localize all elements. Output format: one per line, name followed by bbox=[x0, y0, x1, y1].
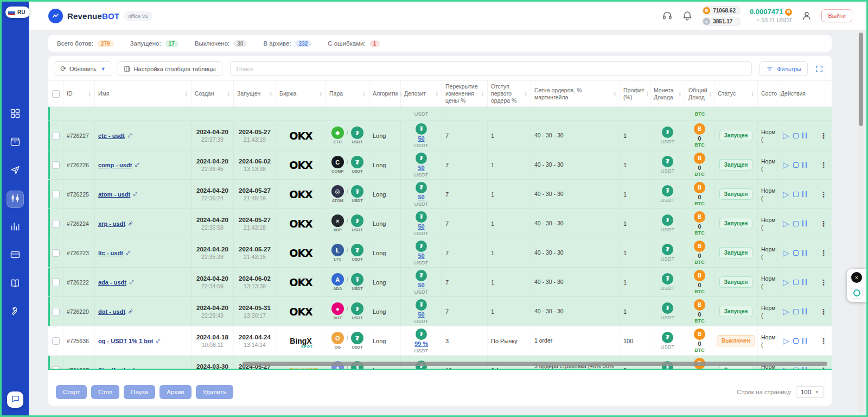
refresh-button[interactable]: ⟳ Обновить ▼ bbox=[54, 61, 112, 76]
column-header[interactable]: Действия bbox=[777, 81, 832, 106]
sort-icon[interactable]: ▲▼ bbox=[751, 91, 754, 97]
stop-button[interactable] bbox=[793, 280, 799, 285]
bulk-archive-button[interactable]: Архив bbox=[159, 385, 191, 399]
play-button[interactable]: ▷ bbox=[783, 219, 789, 228]
widget-close-icon[interactable]: × bbox=[851, 272, 862, 283]
play-button[interactable]: ▷ bbox=[783, 131, 789, 140]
stop-button[interactable] bbox=[793, 221, 799, 226]
widget-logo-icon[interactable] bbox=[851, 287, 863, 299]
stop-button[interactable] bbox=[793, 338, 799, 344]
row-menu-button[interactable]: ⋮ bbox=[820, 366, 827, 370]
select-all-checkbox[interactable] bbox=[52, 90, 60, 98]
row-checkbox[interactable] bbox=[52, 249, 60, 257]
table-columns-settings-button[interactable]: Настройка столбцов таблицы bbox=[117, 61, 222, 76]
sort-icon[interactable]: ▲▼ bbox=[481, 91, 484, 97]
sidebar-item-exchange[interactable] bbox=[7, 191, 24, 208]
pause-button[interactable] bbox=[802, 279, 807, 285]
play-button[interactable]: ▷ bbox=[783, 307, 789, 315]
row-menu-button[interactable]: ⋮ bbox=[820, 219, 827, 228]
column-header[interactable]: Монета Дохода▲▼ bbox=[650, 81, 685, 106]
filters-button[interactable]: Фильтры bbox=[760, 61, 808, 76]
chevron-down-icon[interactable]: ▼ bbox=[101, 66, 106, 72]
row-menu-button[interactable]: ⋮ bbox=[820, 307, 827, 316]
pause-button[interactable] bbox=[802, 367, 807, 370]
sort-icon[interactable]: ▲▼ bbox=[709, 91, 712, 97]
vertical-scrollbar-thumb[interactable] bbox=[859, 33, 863, 126]
bot-name-link[interactable]: Sherif_eth bbox=[98, 367, 136, 370]
deposit-link[interactable]: 50 bbox=[418, 252, 424, 259]
logout-button[interactable]: Выйти bbox=[821, 9, 852, 22]
deposit-link[interactable]: 50 bbox=[418, 135, 424, 142]
row-checkbox[interactable] bbox=[52, 279, 60, 286]
row-checkbox[interactable] bbox=[52, 132, 60, 140]
column-header[interactable]: Общий Доход▲▼ bbox=[685, 81, 714, 106]
pause-button[interactable] bbox=[802, 338, 807, 344]
bulk-stop-button[interactable]: Стоп bbox=[91, 385, 119, 399]
column-header[interactable]: Имя▲▼ bbox=[95, 81, 192, 106]
column-header[interactable]: Пара▲▼ bbox=[326, 81, 369, 106]
deposit-link[interactable]: 50 bbox=[418, 194, 424, 200]
deposit-link[interactable]: 99 % bbox=[414, 340, 428, 347]
sidebar-item-docs[interactable] bbox=[7, 275, 24, 293]
sort-icon[interactable]: ▲▼ bbox=[679, 91, 681, 97]
bulk-delete-button[interactable]: Удалить bbox=[196, 385, 234, 399]
fullscreen-button[interactable] bbox=[812, 62, 826, 76]
pause-button[interactable] bbox=[802, 132, 807, 138]
bot-name-link[interactable]: ltc - usdt bbox=[98, 250, 131, 256]
row-menu-button[interactable]: ⋮ bbox=[820, 249, 827, 257]
sort-icon[interactable]: ▲▼ bbox=[270, 91, 272, 97]
row-menu-button[interactable]: ⋮ bbox=[820, 161, 827, 169]
sort-icon[interactable]: ▲▼ bbox=[525, 91, 527, 97]
vertical-scrollbar-track[interactable] bbox=[858, 31, 864, 413]
sort-icon[interactable]: ▲▼ bbox=[614, 91, 616, 97]
deposit-link[interactable]: 50 bbox=[418, 282, 424, 288]
row-checkbox[interactable] bbox=[52, 337, 60, 345]
pause-button[interactable] bbox=[802, 220, 807, 226]
row-menu-button[interactable]: ⋮ bbox=[820, 190, 827, 199]
bot-name-link[interactable]: atom - usdt bbox=[98, 191, 138, 198]
stop-button[interactable] bbox=[793, 309, 799, 314]
bot-name-link[interactable]: dot - usdt bbox=[98, 308, 133, 315]
column-header[interactable]: Профит (%)▲▼ bbox=[620, 81, 650, 106]
sort-icon[interactable]: ▲▼ bbox=[88, 91, 91, 97]
sidebar-item-launch[interactable] bbox=[7, 162, 24, 180]
column-header[interactable]: Алгоритм▲▼ bbox=[369, 81, 401, 106]
stop-button[interactable] bbox=[793, 368, 799, 370]
alt-balance-badge[interactable]: Ł 3851.17 bbox=[702, 17, 741, 26]
row-checkbox[interactable] bbox=[52, 308, 60, 315]
pause-button[interactable] bbox=[802, 162, 807, 168]
bot-name-link[interactable]: xrp - usdt bbox=[98, 220, 133, 227]
column-header[interactable]: Депозит▲▼ bbox=[401, 81, 442, 106]
sidebar-item-stats[interactable] bbox=[7, 219, 24, 236]
sort-icon[interactable]: ▲▼ bbox=[320, 91, 322, 97]
column-header[interactable]: Статус▲▼ bbox=[714, 81, 758, 106]
play-button[interactable]: ▷ bbox=[783, 249, 789, 257]
bot-name-link[interactable]: ada - usdt bbox=[98, 279, 135, 286]
column-header[interactable]: ID▲▼ bbox=[63, 81, 95, 106]
stop-button[interactable] bbox=[793, 250, 799, 256]
deposit-link[interactable]: 50 bbox=[418, 223, 424, 230]
column-header[interactable]: Создан▲▼ bbox=[192, 81, 234, 106]
sort-icon[interactable]: ▲▼ bbox=[436, 91, 438, 97]
pause-button[interactable] bbox=[802, 250, 807, 256]
column-header[interactable]: Сетка ордеров, % мартингейла▲▼ bbox=[531, 81, 620, 106]
play-button[interactable]: ▷ bbox=[783, 161, 789, 169]
stop-button[interactable] bbox=[793, 162, 799, 168]
notifications-bell-icon[interactable] bbox=[682, 10, 693, 21]
row-menu-button[interactable]: ⋮ bbox=[820, 131, 827, 140]
search-input[interactable] bbox=[230, 61, 752, 76]
column-header[interactable]: Перекрытие изменения цены %▲▼ bbox=[442, 81, 488, 106]
sidebar-item-wallet[interactable] bbox=[7, 247, 24, 264]
sort-icon[interactable]: ▲▼ bbox=[227, 91, 230, 97]
column-header[interactable]: Запущен▲▼ bbox=[234, 81, 276, 106]
column-header[interactable]: Биржа▲▼ bbox=[276, 81, 326, 106]
rows-per-page-select[interactable]: 100▼ bbox=[796, 386, 824, 398]
row-menu-button[interactable]: ⋮ bbox=[820, 337, 827, 345]
sort-icon[interactable]: ▲▼ bbox=[185, 91, 188, 97]
sidebar-item-dashboard[interactable] bbox=[7, 106, 24, 123]
row-checkbox[interactable] bbox=[52, 220, 60, 228]
horizontal-scrollbar[interactable] bbox=[242, 362, 827, 366]
btc-balance-badge[interactable]: B 71068.62 bbox=[702, 6, 741, 15]
bulk-start-button[interactable]: Старт bbox=[56, 385, 87, 399]
support-chat-button[interactable] bbox=[7, 391, 23, 408]
